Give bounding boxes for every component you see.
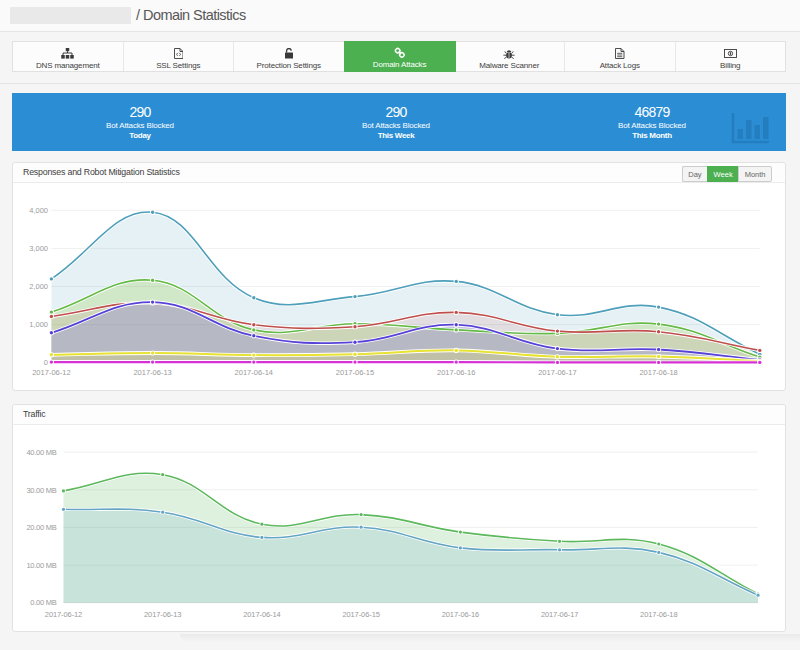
svg-text:40.00 MB: 40.00 MB <box>26 448 56 457</box>
svg-text:2017-06-16: 2017-06-16 <box>442 610 479 619</box>
svg-text:4,000: 4,000 <box>29 206 48 215</box>
svg-text:2017-06-17: 2017-06-17 <box>538 368 576 377</box>
svg-text:2017-06-17: 2017-06-17 <box>541 610 578 619</box>
svg-text:2017-06-18: 2017-06-18 <box>639 368 677 377</box>
svg-text:2017-06-14: 2017-06-14 <box>235 368 273 377</box>
svg-text:10.00 MB: 10.00 MB <box>26 561 56 570</box>
svg-text:2017-06-15: 2017-06-15 <box>342 610 379 619</box>
svg-text:30.00 MB: 30.00 MB <box>26 486 56 495</box>
svg-text:20.00 MB: 20.00 MB <box>26 523 56 532</box>
svg-text:1,000: 1,000 <box>29 320 48 329</box>
svg-text:2017-06-13: 2017-06-13 <box>144 610 181 619</box>
svg-text:0.00 MB: 0.00 MB <box>30 598 56 607</box>
svg-text:2017-06-18: 2017-06-18 <box>640 610 677 619</box>
svg-text:0: 0 <box>44 358 48 367</box>
svg-text:2,000: 2,000 <box>29 282 48 291</box>
svg-text:3,000: 3,000 <box>29 244 48 253</box>
svg-text:2017-06-12: 2017-06-12 <box>32 368 70 377</box>
svg-text:2017-06-12: 2017-06-12 <box>45 610 82 619</box>
svg-text:2017-06-14: 2017-06-14 <box>243 610 280 619</box>
svg-text:2017-06-13: 2017-06-13 <box>133 368 171 377</box>
svg-text:2017-06-16: 2017-06-16 <box>437 368 475 377</box>
svg-text:2017-06-15: 2017-06-15 <box>336 368 374 377</box>
